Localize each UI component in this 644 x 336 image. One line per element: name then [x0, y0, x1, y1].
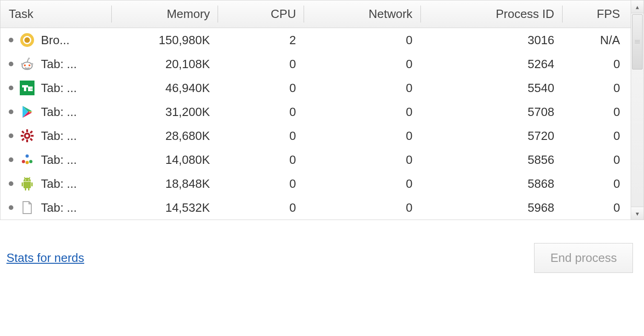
- cpu-cell: 0: [218, 100, 304, 124]
- task-label: Tab: ...: [41, 81, 77, 95]
- row-bullet-icon: [9, 133, 13, 138]
- task-table: Task Memory CPU Network Process ID FPS B…: [0, 0, 644, 220]
- memory-cell: 31,200K: [112, 100, 218, 124]
- table-row[interactable]: Tab: ...31,200K0057080: [0, 100, 644, 124]
- row-bullet-icon: [9, 38, 13, 42]
- column-header-cpu[interactable]: CPU: [218, 0, 304, 28]
- table-row[interactable]: Tab: ...14,532K0059680: [0, 196, 644, 220]
- reddit-icon: [20, 57, 34, 71]
- fps-cell: 0: [563, 76, 628, 100]
- scroll-thumb[interactable]: [632, 14, 643, 70]
- task-cell: Tab: ...: [0, 124, 112, 148]
- scroll-up-button[interactable]: ▴: [631, 0, 644, 13]
- table-row[interactable]: Tab: ...18,848K0058680: [0, 172, 644, 196]
- row-bullet-icon: [9, 62, 13, 66]
- cpu-cell: 2: [218, 28, 304, 52]
- network-cell: 0: [304, 76, 420, 100]
- memory-cell: 14,532K: [112, 196, 218, 220]
- process-id-cell: 5708: [421, 100, 563, 124]
- process-id-cell: 5540: [421, 76, 563, 100]
- svg-point-6: [21, 63, 23, 65]
- column-header-row: Task Memory CPU Network Process ID FPS: [0, 0, 644, 28]
- column-header-network-label: Network: [368, 7, 412, 21]
- network-cell: 0: [304, 148, 420, 172]
- column-header-memory[interactable]: Memory: [112, 0, 218, 28]
- task-label: Tab: ...: [41, 129, 77, 143]
- page-icon: [20, 200, 34, 215]
- svg-rect-34: [31, 182, 33, 186]
- column-header-task-label: Task: [9, 7, 33, 21]
- svg-point-32: [29, 160, 33, 163]
- task-label: Tab: ...: [41, 153, 77, 167]
- play-icon: [20, 104, 34, 119]
- column-header-process-id-label: Process ID: [496, 7, 554, 21]
- svg-point-5: [29, 64, 30, 66]
- task-cell: Tab: ...: [0, 172, 112, 196]
- task-cell: Bro...: [0, 28, 112, 52]
- network-cell: 0: [304, 172, 420, 196]
- memory-cell: 18,848K: [112, 172, 218, 196]
- svg-rect-35: [25, 188, 26, 191]
- column-header-task[interactable]: Task: [0, 0, 112, 28]
- svg-rect-22: [21, 135, 23, 137]
- task-label: Bro...: [41, 33, 69, 47]
- svg-point-30: [22, 160, 25, 163]
- scroll-down-button[interactable]: ▾: [631, 207, 644, 220]
- task-cell: Tab: ...: [0, 196, 112, 220]
- vertical-scrollbar[interactable]: ▴ ▾: [631, 0, 644, 220]
- process-id-cell: 3016: [421, 28, 563, 52]
- process-id-cell: 5264: [421, 52, 563, 76]
- svg-point-31: [26, 161, 29, 164]
- svg-point-40: [28, 180, 29, 180]
- fps-cell: N/A: [563, 28, 628, 52]
- column-header-fps-label: FPS: [597, 7, 620, 21]
- memory-cell: 28,680K: [112, 124, 218, 148]
- column-header-network[interactable]: Network: [304, 0, 420, 28]
- task-cell: Tab: ...: [0, 100, 112, 124]
- svg-rect-25: [29, 138, 33, 141]
- svg-rect-11: [24, 85, 26, 91]
- android-icon: [20, 176, 34, 191]
- task-label: Tab: ...: [41, 105, 77, 119]
- svg-point-7: [31, 63, 34, 65]
- task-cell: Tab: ...: [0, 76, 112, 100]
- table-row[interactable]: Tab: ...20,108K0052640: [0, 52, 644, 76]
- network-cell: 0: [304, 52, 420, 76]
- row-bullet-icon: [9, 110, 13, 114]
- column-header-fps[interactable]: FPS: [563, 0, 628, 28]
- task-label: Tab: ...: [41, 57, 77, 71]
- row-bullet-icon: [9, 181, 13, 186]
- row-bullet-icon: [9, 157, 13, 162]
- svg-rect-24: [21, 130, 24, 133]
- column-header-memory-label: Memory: [167, 7, 210, 21]
- cpu-cell: 0: [218, 196, 304, 220]
- svg-point-39: [25, 180, 26, 180]
- fps-cell: 0: [563, 148, 628, 172]
- chrome-icon: [20, 33, 34, 47]
- memory-cell: 150,980K: [112, 28, 218, 52]
- task-label: Tab: ...: [41, 201, 77, 215]
- techcrunch-icon: [20, 81, 34, 95]
- svg-rect-14: [28, 89, 33, 91]
- memory-cell: 20,108K: [112, 52, 218, 76]
- fps-cell: 0: [563, 172, 628, 196]
- cpu-cell: 0: [218, 172, 304, 196]
- footer: Stats for nerds End process: [0, 220, 644, 273]
- svg-rect-23: [31, 135, 34, 137]
- end-process-button[interactable]: End process: [534, 243, 633, 273]
- network-cell: 0: [304, 124, 420, 148]
- table-row[interactable]: Tab: ...28,680K0057200: [0, 124, 644, 148]
- svg-rect-26: [29, 130, 33, 133]
- cpu-cell: 0: [218, 52, 304, 76]
- svg-point-2: [24, 37, 30, 43]
- svg-point-8: [28, 58, 30, 59]
- table-row[interactable]: Tab: ...14,080K0058560: [0, 148, 644, 172]
- svg-rect-20: [26, 129, 28, 132]
- process-id-cell: 5968: [421, 196, 563, 220]
- column-header-process-id[interactable]: Process ID: [421, 0, 563, 28]
- svg-point-28: [26, 134, 29, 137]
- table-row[interactable]: Bro...150,980K203016N/A: [0, 28, 644, 52]
- stats-for-nerds-link[interactable]: Stats for nerds: [6, 251, 84, 265]
- svg-rect-33: [22, 182, 23, 186]
- table-row[interactable]: Tab: ...46,940K0055400: [0, 76, 644, 100]
